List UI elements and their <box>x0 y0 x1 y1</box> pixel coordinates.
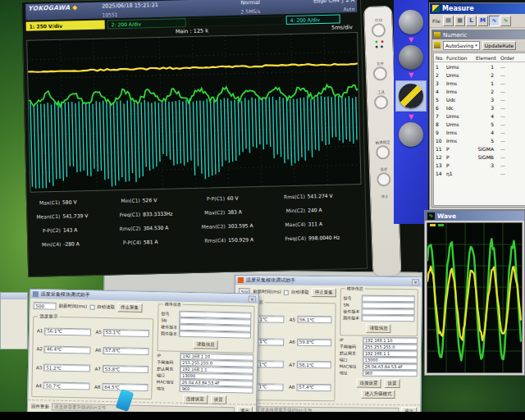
measurement-readout: Max(C1)580 V Mean(C1)541.739 V P-P(C2)14… <box>30 185 363 253</box>
module-info-value[interactable] <box>361 315 414 322</box>
scope-datetime: 2025/06/18 15:21:21 <box>102 0 221 10</box>
temperature-field: A2 46.4℃ <box>36 341 90 358</box>
window-fragment <box>0 292 28 349</box>
temperature-value[interactable]: 53.8℃ <box>103 365 149 373</box>
connect-settings-button[interactable]: 连接设置 <box>357 378 381 387</box>
temperature-value[interactable]: 57.4℃ <box>296 384 331 391</box>
touch-lock-button-circle[interactable] <box>376 145 390 160</box>
temperature-value[interactable]: 56.1℃ <box>297 316 331 323</box>
trigger-setting: Edge CH4 ∫ 2 A <box>279 0 354 5</box>
chevron-down-icon: ▾ <box>475 43 477 48</box>
temperature-value[interactable]: 59.8℃ <box>297 339 331 346</box>
print-button[interactable]: 打印 <box>371 17 386 38</box>
module-info-group: 模块信息 型号 SN <box>158 304 255 353</box>
waveform-plot[interactable] <box>26 32 361 193</box>
measure-toolbar: File ▤ ▦ L M <box>430 14 525 28</box>
numeric-table-row[interactable]: 5 Udc 3 — <box>434 95 525 103</box>
utility-button-circle[interactable] <box>374 95 389 110</box>
stop-collect-button[interactable]: 停止采集 <box>117 303 142 313</box>
save-button[interactable]: 保存 <box>377 167 391 187</box>
numeric-title: Numeric <box>443 32 467 39</box>
numeric-table-row[interactable]: 12 P SIGMB — <box>434 153 525 161</box>
temperature-field: A5 56.1℃ <box>290 310 332 330</box>
temperature-field: A5 53.1℃ <box>95 325 149 341</box>
down-arrow-icon: ▼ <box>409 71 413 79</box>
close-icon[interactable]: × <box>412 279 419 285</box>
debug-b-app-icon <box>238 277 244 283</box>
green-led <box>375 40 377 43</box>
read-info-button[interactable]: 读取信息 <box>194 340 218 349</box>
refresh-time-input[interactable]: 500 <box>33 302 56 310</box>
refresh-time-label: 刷新时间(ms) <box>58 304 87 310</box>
file-button-circle[interactable] <box>373 66 388 81</box>
temperature-field: A1 56.1℃ <box>37 323 91 340</box>
numeric-table-row[interactable]: 7 Urms 4 — <box>434 112 525 120</box>
voltage-trace-marker <box>430 224 436 226</box>
numeric-table-row[interactable]: 3 Irms 1 — <box>434 79 525 87</box>
module-info-value[interactable] <box>179 331 251 339</box>
network-field-row: 地址 960 <box>157 385 253 393</box>
all-items-icon[interactable]: ▦ <box>454 16 465 26</box>
numeric-table-icon[interactable]: ▤ <box>443 16 454 26</box>
wave-plot[interactable] <box>427 222 523 373</box>
temperature-value[interactable]: 50.7℃ <box>43 382 90 390</box>
module-info-group: 模块信息 型号 SN <box>340 288 418 336</box>
updaterate-button[interactable]: UpdateRate <box>482 41 517 50</box>
touch-lock-button[interactable]: 触摸锁定 <box>374 139 391 160</box>
numeric-table-row[interactable]: 6 Idc 3 — <box>434 103 525 112</box>
network-field-value[interactable]: 960 <box>363 370 418 377</box>
step-thumbnail-4[interactable] <box>399 122 423 147</box>
measurement-cell: Min(C4)-280 A <box>33 235 110 251</box>
wave-titlebar[interactable]: ∿ Wave <box>425 211 524 221</box>
matrix-view-icon[interactable]: M <box>477 16 488 26</box>
oscilloscope-screen: YOKOGAWA ◆ 2025/06/18 15:21:21 10551 Nor… <box>21 0 368 277</box>
stop-collect-button[interactable]: 停止采集 <box>312 288 336 297</box>
numeric-table-row[interactable]: 9 Irms 4 — <box>434 128 525 136</box>
read-info-button[interactable]: 读取信息 <box>367 323 391 332</box>
list-view-icon[interactable]: L <box>466 16 477 26</box>
numeric-table-row[interactable]: 8 Urms 5 — <box>434 120 525 128</box>
temperature-value[interactable]: 51.2℃ <box>43 364 90 372</box>
temperature-value[interactable]: 46.4℃ <box>44 345 91 354</box>
temperature-value[interactable]: 58.1℃ <box>297 361 331 368</box>
numeric-table-row[interactable]: 2 Urms 2 — <box>434 71 525 79</box>
selected-step-highlight <box>395 80 427 112</box>
numeric-toolbar: AutoSaving▾ UpdateRate <box>432 39 525 52</box>
numeric-table-row[interactable]: 11 P SIGMA — <box>434 144 525 153</box>
numeric-table-row[interactable]: 14 η1 — <box>434 169 525 177</box>
auto-read-checkbox[interactable] <box>89 304 94 309</box>
temperature-value[interactable]: 53.1℃ <box>103 329 150 337</box>
wave-title: Wave <box>437 212 456 220</box>
set-button[interactable]: 设置 <box>385 378 400 387</box>
save-button-circle[interactable] <box>377 172 391 187</box>
sample-rate: 2.5MS/s <box>225 7 276 15</box>
save-settings-icon[interactable] <box>434 42 441 48</box>
trigger-mode: Auto <box>279 6 354 13</box>
autosaving-dropdown[interactable]: AutoSaving▾ <box>443 41 480 50</box>
file-button[interactable]: 文件 <box>372 61 387 81</box>
numeric-table-row[interactable]: 4 Irms 2 — <box>434 87 525 95</box>
step-thumbnail-1[interactable] <box>399 10 423 34</box>
numeric-titlebar[interactable]: Numeric <box>432 30 525 39</box>
timebase: 5ms/div <box>331 24 353 31</box>
auto-read-checkbox[interactable] <box>284 290 289 294</box>
temperature-value[interactable]: 56.1℃ <box>44 327 91 336</box>
measure-titlebar[interactable]: Measure <box>430 3 525 14</box>
step-thumbnail-2[interactable] <box>399 45 423 70</box>
current-trace-marker <box>438 224 444 226</box>
numeric-table-row[interactable]: 13 P 3 — <box>434 161 525 169</box>
print-button-circle[interactable] <box>372 23 386 38</box>
temperature-value[interactable]: 57.8℃ <box>103 347 149 355</box>
wave-waveforms <box>427 223 522 372</box>
network-field-value[interactable]: 960 <box>180 386 253 394</box>
utility-button[interactable]: 工具 <box>374 89 389 110</box>
numeric-table-row[interactable]: 10 Irms 5 — <box>434 136 525 144</box>
close-icon[interactable]: × <box>249 295 256 302</box>
temperature-field: A7 53.8℃ <box>94 361 148 377</box>
numeric-table-row[interactable]: 1 Urms 1 — <box>434 62 525 71</box>
vector-display-icon[interactable]: ∿ <box>500 16 511 26</box>
stop-label: 停止 <box>380 194 388 199</box>
step-thumbnail-3[interactable] <box>399 84 423 108</box>
enter-upgrade-button[interactable]: 进入升级模式 <box>361 390 395 399</box>
wave-display-icon[interactable]: ∿ <box>489 16 500 26</box>
